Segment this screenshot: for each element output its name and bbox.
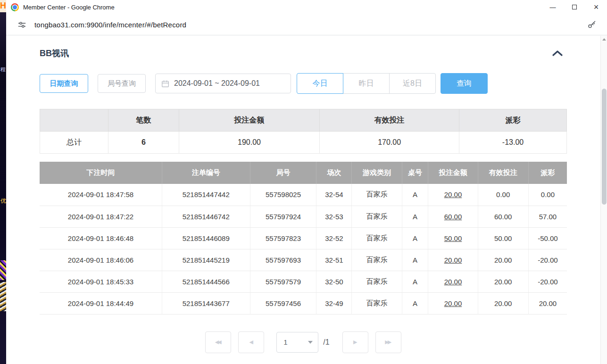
bet-amount-link[interactable]: 20.00 bbox=[428, 292, 478, 314]
quick-range-group: 今日 昨日 近8日 bbox=[297, 73, 436, 94]
header-valid-bet: 有效投注 bbox=[478, 162, 528, 184]
bet-amount-link[interactable]: 60.00 bbox=[428, 206, 478, 227]
valid-bet-cell: 50.00 bbox=[478, 227, 528, 249]
minimize-button[interactable]: — bbox=[542, 0, 564, 14]
bet-time-cell: 2024-09-01 18:47:58 bbox=[40, 184, 162, 206]
header-bet-time: 下注时间 bbox=[40, 162, 162, 184]
search-button[interactable]: 查询 bbox=[441, 73, 488, 94]
today-button[interactable]: 今日 bbox=[297, 73, 343, 94]
section-header: BB视讯 bbox=[40, 48, 567, 59]
valid-bet-cell: 20.00 bbox=[478, 271, 528, 292]
date-range-input[interactable]: 2024-09-01 ~ 2024-09-01 bbox=[155, 74, 291, 93]
game-type-cell: 百家乐 bbox=[352, 249, 402, 271]
pagination: ◀◀ ◀ 1 /1 ▶ ▶▶ bbox=[40, 331, 567, 353]
table-header-row: 下注时间 注单编号 局号 场次 游戏类别 桌号 投注金额 有效投注 派彩 bbox=[40, 162, 567, 184]
summary-payout: -13.00 bbox=[459, 132, 567, 154]
valid-bet-cell: 20.00 bbox=[478, 249, 528, 271]
password-key-icon[interactable] bbox=[587, 20, 597, 30]
next-page-button[interactable]: ▶ bbox=[342, 331, 368, 353]
session-cell: 32-49 bbox=[316, 292, 352, 314]
game-type-cell: 百家乐 bbox=[352, 271, 402, 292]
background-fragment: 程 bbox=[0, 66, 6, 73]
bet-no-cell: 521851443677 bbox=[162, 292, 250, 314]
summary-header-cell: 笔数 bbox=[108, 109, 179, 132]
header-bet-no: 注单编号 bbox=[162, 162, 250, 184]
bet-time-cell: 2024-09-01 18:47:22 bbox=[40, 206, 162, 227]
summary-bet-amount: 190.00 bbox=[179, 132, 319, 154]
table-row: 2024-09-01 18:47:22 521851446742 5575979… bbox=[40, 206, 567, 227]
collapse-chevron-icon[interactable] bbox=[552, 50, 563, 57]
payout-cell: -20.00 bbox=[528, 271, 567, 292]
game-type-cell: 百家乐 bbox=[352, 206, 402, 227]
filter-toolbar: 日期查询 局号查询 2024-09-01 ~ 2024-09-01 今日 昨日 … bbox=[40, 73, 567, 94]
valid-bet-cell: 60.00 bbox=[478, 206, 528, 227]
browser-window: Member Center - Google Chrome — × tongba… bbox=[6, 0, 607, 364]
page-total: /1 bbox=[323, 338, 329, 347]
window-controls: — × bbox=[542, 0, 607, 14]
bet-time-cell: 2024-09-01 18:46:06 bbox=[40, 249, 162, 271]
bet-no-cell: 521851446742 bbox=[162, 206, 250, 227]
round-query-button[interactable]: 局号查询 bbox=[98, 74, 146, 93]
first-page-button[interactable]: ◀◀ bbox=[205, 331, 231, 353]
date-query-button[interactable]: 日期查询 bbox=[40, 74, 88, 93]
bet-no-cell: 521851445219 bbox=[162, 249, 250, 271]
vertical-scrollbar[interactable] bbox=[600, 36, 607, 364]
session-cell: 32-50 bbox=[316, 271, 352, 292]
chevron-down-icon bbox=[308, 341, 313, 344]
bet-amount-link[interactable]: 20.00 bbox=[428, 184, 478, 206]
summary-table: 笔数 投注金额 有效投注 派彩 总计 6 190.00 170.00 -13.0… bbox=[40, 109, 567, 154]
calendar-icon bbox=[161, 80, 169, 88]
bet-amount-link[interactable]: 50.00 bbox=[428, 227, 478, 249]
session-cell: 32-52 bbox=[316, 227, 352, 249]
valid-bet-cell: 20.00 bbox=[478, 292, 528, 314]
bet-no-cell: 521851447442 bbox=[162, 184, 250, 206]
close-button[interactable]: × bbox=[585, 0, 607, 14]
bet-record-page: BB视讯 日期查询 局号查询 2024-09-01 ~ 2024-09-01 bbox=[6, 35, 607, 364]
table-no-cell: A bbox=[402, 292, 428, 314]
header-round-no: 局号 bbox=[250, 162, 316, 184]
round-no-cell: 557598025 bbox=[250, 184, 316, 206]
background-window-strip: H 程 优 bbox=[0, 0, 6, 364]
bet-time-cell: 2024-09-01 18:45:33 bbox=[40, 271, 162, 292]
bet-time-cell: 2024-09-01 18:44:49 bbox=[40, 292, 162, 314]
last-8-days-button[interactable]: 近8日 bbox=[389, 73, 436, 94]
summary-header-row: 笔数 投注金额 有效投注 派彩 bbox=[40, 109, 567, 132]
table-no-cell: A bbox=[402, 184, 428, 206]
round-no-cell: 557597823 bbox=[250, 227, 316, 249]
page-title: BB视讯 bbox=[40, 48, 69, 59]
last-page-button[interactable]: ▶▶ bbox=[375, 331, 401, 353]
payout-cell: -20.00 bbox=[528, 249, 567, 271]
summary-valid-bet: 170.00 bbox=[320, 132, 459, 154]
payout-cell: -50.00 bbox=[528, 227, 567, 249]
summary-total-label: 总计 bbox=[40, 132, 108, 154]
scroll-up-arrow-icon[interactable] bbox=[601, 36, 607, 43]
yesterday-button[interactable]: 昨日 bbox=[343, 73, 390, 94]
round-no-cell: 557597924 bbox=[250, 206, 316, 227]
round-no-cell: 557597456 bbox=[250, 292, 316, 314]
prev-page-button[interactable]: ◀ bbox=[238, 331, 264, 353]
session-cell: 32-53 bbox=[316, 206, 352, 227]
round-no-cell: 557597579 bbox=[250, 271, 316, 292]
summary-total-row: 总计 6 190.00 170.00 -13.00 bbox=[40, 132, 567, 154]
window-title: Member Center - Google Chrome bbox=[23, 4, 115, 11]
game-type-cell: 百家乐 bbox=[352, 292, 402, 314]
chrome-logo-icon bbox=[11, 3, 19, 11]
background-noise bbox=[0, 282, 6, 311]
page-select[interactable]: 1 bbox=[276, 332, 318, 353]
header-table-no: 桌号 bbox=[402, 162, 428, 184]
summary-header-cell bbox=[40, 109, 108, 132]
bet-amount-link[interactable]: 20.00 bbox=[428, 271, 478, 292]
maximize-button[interactable] bbox=[564, 0, 585, 14]
header-game-type: 游戏类别 bbox=[352, 162, 402, 184]
url-text[interactable]: tongbao31.com:9900/infe/mcenter/#/betRec… bbox=[34, 21, 186, 29]
payout-cell: 57.00 bbox=[528, 206, 567, 227]
bet-no-cell: 521851446089 bbox=[162, 227, 250, 249]
bet-time-cell: 2024-09-01 18:46:48 bbox=[40, 227, 162, 249]
bet-amount-link[interactable]: 20.00 bbox=[428, 249, 478, 271]
tune-icon[interactable] bbox=[17, 19, 27, 30]
background-fragment: 优 bbox=[0, 197, 6, 205]
scrollbar-thumb[interactable] bbox=[602, 89, 607, 205]
maximize-icon bbox=[572, 5, 577, 9]
table-no-cell: A bbox=[402, 271, 428, 292]
table-no-cell: A bbox=[402, 227, 428, 249]
